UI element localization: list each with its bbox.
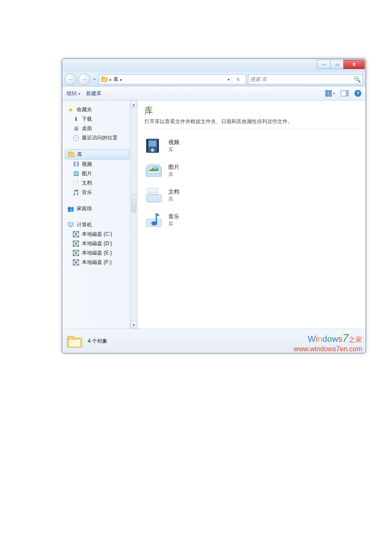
svg-point-20 bbox=[150, 166, 153, 169]
back-button[interactable]: ← bbox=[65, 73, 77, 85]
svg-rect-2 bbox=[326, 90, 328, 93]
svg-rect-27 bbox=[69, 340, 80, 347]
sidebar-item-label: 计算机 bbox=[77, 221, 92, 228]
navigation-pane: ★ 收藏夹 ⬇ 下载 🖥 桌面 🕘 最近访问的位置 bbox=[62, 101, 138, 329]
library-item-kind: 库 bbox=[168, 171, 179, 178]
library-item-text: 音乐 库 bbox=[168, 213, 179, 228]
crumb-label: 库 bbox=[113, 76, 118, 83]
sidebar-item-music[interactable]: 🎵 音乐 bbox=[65, 188, 137, 197]
desktop-icon: 🖥 bbox=[72, 125, 79, 132]
close-button[interactable]: X bbox=[343, 60, 365, 69]
library-item-text: 文档 库 bbox=[168, 188, 179, 203]
forward-button[interactable]: → bbox=[78, 73, 90, 85]
sidebar-group-libraries: 库 🎞 视频 🖼 图片 📄 文档 🎵 bbox=[65, 149, 137, 197]
window-body: ★ 收藏夹 ⬇ 下载 🖥 桌面 🕘 最近访问的位置 bbox=[62, 101, 366, 329]
video-library-icon bbox=[144, 136, 163, 155]
page-subtitle: 打开库以查看文件并根据文件夹、日期和其他属性排列这些文件。 bbox=[144, 118, 359, 125]
sidebar-item-pictures[interactable]: 🖼 图片 bbox=[65, 169, 137, 178]
music-icon: 🎵 bbox=[72, 189, 79, 196]
sidebar-item-drive-d[interactable]: 💽 本地磁盘 (D:) bbox=[65, 239, 137, 248]
sidebar-item-desktop[interactable]: 🖥 桌面 bbox=[65, 124, 137, 133]
explorer-window: ─ ▭ X ← → ▾ ▸ 库 ▸ ▾ ↻ 搜索 库 🔍 bbox=[62, 58, 366, 353]
svg-rect-15 bbox=[146, 139, 148, 153]
watermark: Windows7之家 www.windows7en.com bbox=[294, 332, 362, 353]
library-item-name: 图片 bbox=[168, 163, 179, 171]
scroll-down-button[interactable]: ▼ bbox=[130, 321, 137, 329]
sidebar-item-label: 桌面 bbox=[82, 125, 92, 132]
history-dropdown[interactable]: ▾ bbox=[92, 78, 97, 81]
maximize-button[interactable]: ▭ bbox=[330, 60, 344, 69]
status-bar: 4 个对象 Windows7之家 www.windows7en.com bbox=[62, 329, 366, 353]
sidebar-item-recent[interactable]: 🕘 最近访问的位置 bbox=[65, 133, 137, 142]
sidebar-group-homegroup: 👥 家庭组 bbox=[65, 204, 137, 213]
library-item-documents[interactable]: 文档 库 bbox=[144, 183, 359, 208]
sidebar-item-drive-f[interactable]: 💽 本地磁盘 (F:) bbox=[65, 257, 137, 267]
sidebar-item-label: 最近访问的位置 bbox=[82, 134, 118, 142]
toolbar: 组织 新建库 ▾ ? bbox=[62, 87, 366, 101]
svg-point-24 bbox=[151, 221, 157, 225]
sidebar-item-libraries[interactable]: 库 bbox=[65, 149, 130, 159]
help-button[interactable]: ? bbox=[355, 90, 361, 97]
scroll-up-button[interactable]: ▲ bbox=[130, 101, 137, 108]
library-item-music[interactable]: 音乐 库 bbox=[144, 208, 359, 232]
picture-icon: 🖼 bbox=[72, 170, 79, 177]
new-library-button[interactable]: 新建库 bbox=[86, 90, 101, 97]
svg-rect-10 bbox=[68, 223, 73, 226]
sidebar-item-videos[interactable]: 🎞 视频 bbox=[65, 159, 137, 169]
scroll-thumb[interactable] bbox=[131, 194, 136, 212]
sidebar-item-label: 家庭组 bbox=[77, 205, 92, 212]
search-input[interactable]: 搜索 库 🔍 bbox=[248, 74, 363, 84]
sidebar-item-label: 图片 bbox=[82, 170, 92, 177]
minimize-button[interactable]: ─ bbox=[317, 60, 331, 69]
svg-rect-7 bbox=[346, 91, 348, 96]
svg-rect-26 bbox=[67, 336, 74, 340]
svg-rect-22 bbox=[146, 194, 161, 202]
window-controls: ─ ▭ X bbox=[317, 60, 365, 69]
library-item-name: 音乐 bbox=[168, 213, 179, 220]
sidebar-item-homegroup[interactable]: 👥 家庭组 bbox=[65, 204, 137, 213]
sidebar-group-computer: 计算机 💽 本地磁盘 (C:) 💽 本地磁盘 (D:) 💽 本地磁盘 (E:) bbox=[65, 220, 137, 267]
crumb-sep-icon: ▸ bbox=[120, 77, 122, 82]
content-pane: 库 打开库以查看文件并根据文件夹、日期和其他属性排列这些文件。 视频 库 图片 bbox=[138, 101, 366, 329]
drive-icon: 💽 bbox=[72, 231, 79, 237]
sidebar-item-label: 本地磁盘 (E:) bbox=[82, 249, 112, 257]
library-item-videos[interactable]: 视频 库 bbox=[144, 133, 359, 158]
recent-icon: 🕘 bbox=[72, 134, 79, 141]
view-options-button[interactable]: ▾ bbox=[325, 90, 335, 97]
organize-menu[interactable]: 组织 bbox=[66, 90, 81, 97]
sidebar-item-drive-c[interactable]: 💽 本地磁盘 (C:) bbox=[65, 229, 137, 239]
sidebar-item-label: 本地磁盘 (D:) bbox=[82, 240, 112, 247]
refresh-button[interactable]: ↻ bbox=[232, 77, 244, 82]
document-icon: 📄 bbox=[72, 179, 79, 186]
sidebar-item-label: 库 bbox=[77, 151, 82, 158]
status-folder-icon bbox=[66, 334, 83, 348]
sidebar-item-documents[interactable]: 📄 文档 bbox=[65, 178, 137, 188]
computer-icon bbox=[67, 221, 74, 228]
title-bar: ─ ▭ X bbox=[62, 59, 366, 72]
svg-rect-3 bbox=[329, 90, 331, 93]
sidebar-group-favorites: ★ 收藏夹 ⬇ 下载 🖥 桌面 🕘 最近访问的位置 bbox=[65, 105, 137, 142]
library-icon bbox=[68, 151, 75, 158]
sidebar-item-label: 文档 bbox=[82, 179, 92, 187]
breadcrumb-root[interactable]: ▸ 库 ▸ bbox=[110, 76, 122, 83]
svg-rect-5 bbox=[329, 94, 331, 96]
svg-rect-4 bbox=[326, 94, 328, 96]
library-item-pictures[interactable]: 图片 库 bbox=[144, 158, 359, 183]
sidebar-item-label: 本地磁盘 (C:) bbox=[82, 231, 112, 238]
sidebar-item-computer[interactable]: 计算机 bbox=[65, 220, 137, 229]
svg-point-14 bbox=[151, 148, 154, 152]
homegroup-icon: 👥 bbox=[67, 205, 74, 212]
sidebar-item-favorites[interactable]: ★ 收藏夹 bbox=[65, 105, 137, 114]
preview-pane-button[interactable] bbox=[341, 90, 349, 96]
address-dropdown[interactable]: ▾ bbox=[226, 77, 231, 82]
library-item-name: 视频 bbox=[168, 139, 179, 146]
library-item-kind: 库 bbox=[168, 146, 179, 153]
sidebar-scrollbar[interactable]: ▲ ▼ bbox=[130, 101, 137, 329]
sidebar-item-downloads[interactable]: ⬇ 下载 bbox=[65, 114, 137, 124]
address-bar[interactable]: ▸ 库 ▸ ▾ ↻ bbox=[99, 74, 246, 84]
preview-pane-icon bbox=[341, 90, 349, 96]
sidebar-item-drive-e[interactable]: 💽 本地磁盘 (E:) bbox=[65, 248, 137, 257]
sidebar-item-label: 音乐 bbox=[82, 189, 92, 196]
library-item-text: 图片 库 bbox=[168, 163, 179, 178]
watermark-line2: www.windows7en.com bbox=[294, 345, 362, 353]
